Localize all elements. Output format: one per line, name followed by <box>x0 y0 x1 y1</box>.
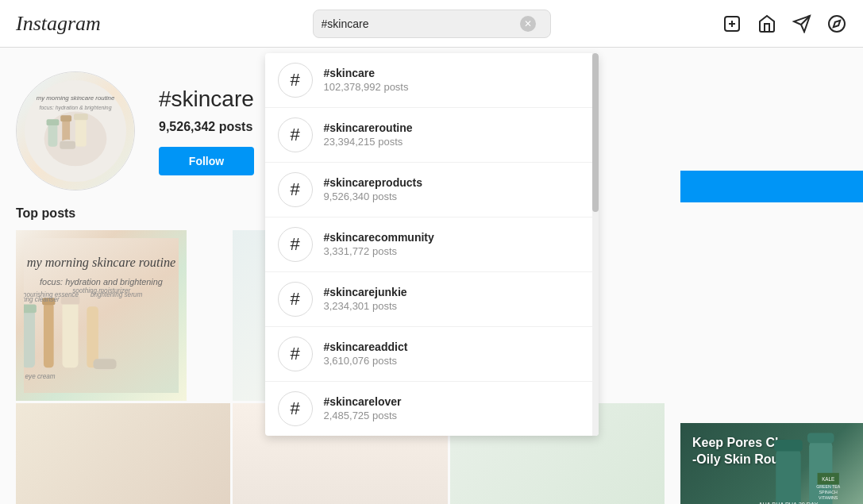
svg-text:focus: hydration & brightening: focus: hydration & brightening <box>40 105 112 111</box>
svg-rect-14 <box>74 113 88 120</box>
dropdown-count-4: 3,234,301 posts <box>324 300 586 312</box>
dropdown-count-0: 102,378,992 posts <box>324 81 586 93</box>
dropdown-tag-1: #skincareroutine <box>324 121 586 134</box>
dropdown-count-2: 9,526,340 posts <box>324 190 586 202</box>
compass-icon[interactable] <box>826 13 847 34</box>
right-follow-btn[interactable] <box>680 171 863 202</box>
svg-text:SPINACH: SPINACH <box>819 490 838 494</box>
post-thumb-3[interactable] <box>16 403 230 504</box>
svg-rect-37 <box>776 448 800 504</box>
dropdown-tag-0: #skincare <box>324 67 586 79</box>
svg-text:AHA BHA PHA 30 DAY: AHA BHA PHA 30 DAY <box>759 501 819 504</box>
svg-text:soothing moisturizer: soothing moisturizer <box>72 287 130 294</box>
svg-rect-10 <box>47 119 60 125</box>
dropdown-item-text-6: #skincarelover 2,485,725 posts <box>324 395 586 421</box>
dropdown-count-1: 23,394,215 posts <box>324 136 586 148</box>
send-icon[interactable] <box>792 13 812 34</box>
dropdown-item-6[interactable]: # #skincarelover 2,485,725 posts <box>265 382 599 436</box>
dropdown-tag-6: #skincarelover <box>324 395 586 408</box>
svg-rect-16 <box>60 141 75 149</box>
dropdown-item-5[interactable]: # #skincareaddict 3,610,076 posts <box>265 327 599 382</box>
hash-icon-5: # <box>278 337 313 371</box>
dropdown-item-text-4: #skincarejunkie 3,234,301 posts <box>324 286 586 312</box>
dropdown-tag-5: #skincareaddict <box>324 340 586 353</box>
hash-icon-6: # <box>278 391 313 426</box>
svg-rect-40 <box>807 433 834 444</box>
hash-icon-4: # <box>278 282 313 317</box>
svg-rect-38 <box>774 440 803 452</box>
dropdown-count-3: 3,331,772 posts <box>324 245 586 257</box>
search-bar[interactable]: ✕ <box>313 10 551 38</box>
dropdown-item-text-2: #skincareproducts 9,526,340 posts <box>324 176 586 202</box>
svg-marker-6 <box>834 20 840 26</box>
dropdown-item-4[interactable]: # #skincarejunkie 3,234,301 posts <box>265 272 599 327</box>
dropdown-count-6: 2,485,725 posts <box>324 410 586 421</box>
svg-rect-12 <box>60 115 71 121</box>
add-post-icon[interactable] <box>722 13 742 34</box>
right-panel: Keep Pores Cle...-Oily Skin Rout... AHA … <box>680 171 863 504</box>
dropdown-item-text-3: #skincarecommunity 3,331,772 posts <box>324 231 586 257</box>
nav-icons <box>704 13 847 34</box>
hash-icon-1: # <box>278 117 313 152</box>
search-input[interactable] <box>322 17 520 30</box>
svg-rect-25 <box>44 303 54 368</box>
dropdown-item-text-0: #skincare 102,378,992 posts <box>324 67 586 93</box>
dropdown-item-3[interactable]: # #skincarecommunity 3,331,772 posts <box>265 217 599 272</box>
svg-text:VITAMINS: VITAMINS <box>819 495 838 500</box>
search-clear-button[interactable]: ✕ <box>520 16 536 32</box>
svg-text:nourishing essence: nourishing essence <box>24 291 79 298</box>
svg-rect-9 <box>48 123 58 147</box>
dropdown-count-5: 3,610,076 posts <box>324 355 586 367</box>
svg-rect-13 <box>75 117 87 146</box>
follow-button[interactable]: Follow <box>159 147 254 175</box>
scrollbar-track[interactable] <box>592 53 599 436</box>
header: Instagram ✕ # #skincare 102,378,992 post… <box>0 0 863 48</box>
home-icon[interactable] <box>757 13 777 34</box>
dropdown-item-1[interactable]: # #skincareroutine 23,394,215 posts <box>265 108 599 163</box>
svg-rect-31 <box>94 359 117 369</box>
svg-text:my morning skincare routine: my morning skincare routine <box>37 94 115 102</box>
svg-text:moisturizing eye cream: moisturizing eye cream <box>24 373 56 380</box>
dropdown-item-0[interactable]: # #skincare 102,378,992 posts <box>265 53 599 108</box>
svg-text:my morning skincare routine: my morning skincare routine <box>27 255 176 270</box>
svg-text:GREEN TEA: GREEN TEA <box>816 484 841 489</box>
dropdown-item-text-5: #skincareaddict 3,610,076 posts <box>324 340 586 367</box>
post-thumb-1[interactable]: my morning skincare routine focus: hydra… <box>16 230 187 401</box>
svg-rect-23 <box>24 310 35 368</box>
dropdown-tag-3: #skincarecommunity <box>324 231 586 244</box>
search-dropdown: # #skincare 102,378,992 posts # #skincar… <box>265 53 599 436</box>
right-post-thumb[interactable]: Keep Pores Cle...-Oily Skin Rout... AHA … <box>680 423 863 504</box>
dropdown-item-2[interactable]: # #skincareproducts 9,526,340 posts <box>265 163 599 217</box>
hash-icon-0: # <box>278 63 313 98</box>
svg-rect-24 <box>24 304 37 313</box>
dropdown-tag-4: #skincarejunkie <box>324 286 586 298</box>
dropdown-tag-2: #skincareproducts <box>324 176 586 189</box>
hash-icon-2: # <box>278 172 313 207</box>
hashtag-avatar: my morning skincare routine focus: hydra… <box>16 71 135 190</box>
hash-icon-3: # <box>278 227 313 262</box>
svg-point-5 <box>829 16 845 32</box>
search-container: ✕ # #skincare 102,378,992 posts # #skinc… <box>159 10 704 38</box>
dropdown-item-text-1: #skincareroutine 23,394,215 posts <box>324 121 586 148</box>
hashtag-avatar-image: my morning skincare routine focus: hydra… <box>17 72 134 190</box>
svg-text:KALE: KALE <box>822 476 834 482</box>
svg-text:focus: hydration and brighteni: focus: hydration and brightening <box>40 277 163 287</box>
svg-rect-29 <box>87 306 98 367</box>
scrollbar-thumb[interactable] <box>592 53 599 212</box>
instagram-logo: Instagram <box>16 12 159 36</box>
svg-rect-27 <box>63 302 79 367</box>
